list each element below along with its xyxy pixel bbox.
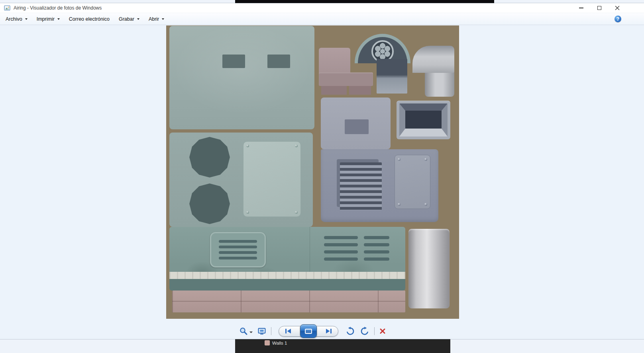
navigation-group (279, 326, 338, 337)
screw-icon (424, 203, 427, 206)
atlas-duct-box (377, 59, 407, 94)
titlebar: Airing - Visualizador de fotos de Window… (0, 3, 644, 13)
atlas-elbow-pipe (412, 46, 454, 97)
menu-abrir[interactable]: Abrir (145, 14, 168, 24)
rotate-right-button[interactable] (360, 327, 369, 335)
atlas-vent-slot (222, 55, 245, 68)
actual-size-icon (257, 327, 266, 335)
rotate-clockwise-icon (360, 327, 369, 335)
atlas-panel-seam (310, 227, 310, 272)
atlas-bench-seat (319, 72, 373, 86)
atlas-panel-right (321, 98, 391, 149)
atlas-access-plate (243, 141, 301, 217)
file-thumbnail-icon (265, 340, 270, 345)
menu-label: Abrir (149, 16, 159, 22)
background-window-bottom: Walls 1 (235, 339, 450, 353)
menu-archivo[interactable]: Archivo (2, 14, 31, 24)
zoom-button[interactable] (239, 327, 253, 335)
screw-icon (398, 203, 401, 206)
screw-icon (295, 144, 298, 147)
maximize-icon (597, 6, 601, 10)
menu-label: Imprimir (37, 16, 55, 22)
chevron-down-icon (25, 18, 27, 20)
app-icon (4, 5, 10, 11)
menu-correo-electronico[interactable]: Correo electrónico (65, 14, 114, 24)
delete-button[interactable] (379, 328, 386, 334)
next-button[interactable] (325, 328, 333, 334)
slideshow-button[interactable] (300, 324, 317, 338)
photo-airing-texture (166, 25, 459, 319)
atlas-panel-mid-left (169, 133, 313, 227)
screw-icon (398, 158, 401, 161)
close-button[interactable] (608, 3, 626, 13)
minimize-button[interactable] (572, 3, 590, 13)
menu-label: Archivo (6, 16, 22, 22)
magnifier-icon (239, 327, 248, 335)
photo-viewer-window: Airing - Visualizador de fotos de Window… (0, 3, 644, 339)
background-file-item[interactable]: Walls 1 (265, 340, 287, 345)
atlas-fan-opening (188, 183, 231, 225)
screw-icon (295, 211, 298, 214)
help-button[interactable]: ? (615, 16, 621, 22)
window-controls (572, 3, 626, 13)
atlas-bottom-unit (169, 227, 405, 291)
atlas-fan-opening (188, 136, 231, 178)
screw-icon (246, 144, 249, 147)
atlas-inset-vent-box (397, 101, 450, 139)
atlas-access-plate (395, 155, 430, 209)
menu-grabar[interactable]: Grabar (115, 14, 143, 24)
menubar: Archivo Imprimir Correo electrónico Grab… (0, 13, 644, 25)
atlas-vent-slots-column (364, 236, 389, 261)
atlas-base-bar (169, 279, 405, 291)
atlas-vertical-pipe (408, 229, 450, 308)
next-icon (325, 328, 333, 334)
atlas-pipe-bend (412, 46, 454, 73)
atlas-louver-slats (340, 162, 382, 210)
toolbar-separator (374, 327, 375, 335)
atlas-vent-slot (345, 119, 369, 134)
atlas-brick-row (172, 291, 405, 312)
rotate-left-button[interactable] (346, 327, 355, 335)
atlas-bench-foot (321, 86, 347, 95)
actual-size-button[interactable] (257, 327, 266, 335)
slideshow-icon (305, 329, 312, 334)
menu-imprimir[interactable]: Imprimir (33, 14, 64, 24)
atlas-vent-slot (267, 55, 290, 68)
rotate-counterclockwise-icon (346, 327, 355, 335)
chevron-down-icon (137, 18, 139, 20)
atlas-vent-slots-column (324, 236, 358, 261)
atlas-grille-plate (210, 232, 266, 267)
previous-button[interactable] (284, 328, 292, 334)
atlas-bench-foot (349, 86, 371, 95)
viewer-toolbar (239, 324, 386, 339)
toolbar-separator (271, 327, 271, 335)
menu-label: Correo electrónico (69, 16, 110, 22)
minimize-icon (579, 8, 583, 8)
atlas-grunge-stripe (169, 272, 405, 279)
chevron-down-icon (249, 332, 253, 333)
delete-icon (379, 328, 386, 334)
screw-icon (424, 158, 427, 161)
atlas-inset-frame (399, 103, 448, 137)
window-title: Airing - Visualizador de fotos de Window… (14, 5, 102, 11)
previous-icon (284, 328, 292, 334)
close-icon (615, 6, 620, 10)
menu-label: Grabar (119, 16, 134, 22)
atlas-panel-top-left (169, 26, 314, 129)
maximize-button[interactable] (590, 3, 608, 13)
chevron-down-icon (162, 18, 164, 20)
atlas-louver-vent (337, 159, 379, 207)
viewer-content (0, 25, 644, 339)
screw-icon (246, 211, 249, 214)
chevron-down-icon (57, 18, 60, 20)
atlas-large-ac-unit (321, 149, 438, 222)
background-file-label: Walls 1 (272, 341, 287, 345)
